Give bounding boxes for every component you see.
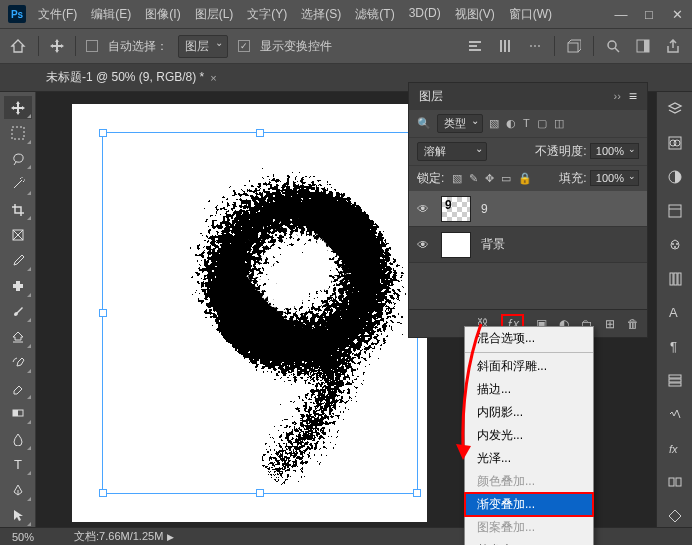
clone-stamp-tool[interactable] — [4, 325, 32, 348]
visibility-toggle-icon[interactable]: 👁 — [417, 202, 431, 216]
blur-tool[interactable] — [4, 427, 32, 450]
transform-handle[interactable] — [413, 489, 421, 497]
menu-view[interactable]: 视图(V) — [455, 6, 495, 23]
lock-transparency-icon[interactable]: ▧ — [452, 172, 462, 185]
distribute-icon[interactable] — [494, 35, 516, 57]
eyedropper-tool[interactable] — [4, 249, 32, 272]
opacity-value[interactable]: 100% — [590, 143, 639, 159]
transform-handle[interactable] — [256, 129, 264, 137]
panel-menu-icon[interactable]: ≡ — [629, 88, 637, 104]
menu-edit[interactable]: 编辑(E) — [91, 6, 131, 23]
layer-thumbnail[interactable] — [441, 196, 471, 222]
chevron-right-icon[interactable]: ▶ — [167, 532, 174, 542]
libraries-dock-icon[interactable] — [664, 268, 686, 290]
menu-select[interactable]: 选择(S) — [301, 6, 341, 23]
lock-paint-icon[interactable]: ✎ — [469, 172, 478, 185]
filter-smart-icon[interactable]: ◫ — [554, 117, 564, 130]
channels-dock-icon[interactable] — [664, 132, 686, 154]
swatches-dock-icon[interactable] — [664, 234, 686, 256]
auto-select-checkbox[interactable] — [86, 40, 98, 52]
navigator-dock-icon[interactable] — [664, 505, 686, 527]
tab-close-icon[interactable]: × — [210, 72, 216, 84]
layer-row[interactable]: 👁 背景 — [409, 227, 647, 263]
menu-image[interactable]: 图像(I) — [145, 6, 180, 23]
lock-artboard-icon[interactable]: ▭ — [501, 172, 511, 185]
layer-row[interactable]: 👁 9 — [409, 191, 647, 227]
transform-bounding-box[interactable] — [102, 132, 418, 494]
styles-dock-icon[interactable]: fx — [664, 437, 686, 459]
pen-tool[interactable] — [4, 478, 32, 501]
document-tab[interactable]: 未标题-1 @ 50% (9, RGB/8) * × — [40, 64, 223, 92]
healing-tool[interactable] — [4, 274, 32, 297]
properties-dock-icon[interactable] — [664, 200, 686, 222]
crop-tool[interactable] — [4, 198, 32, 221]
window-maximize-button[interactable]: □ — [642, 7, 656, 22]
align-icon[interactable] — [464, 35, 486, 57]
panel-collapse-icon[interactable]: ›› — [614, 90, 621, 102]
layer-name[interactable]: 9 — [481, 202, 488, 216]
menu-pattern-overlay[interactable]: 图案叠加... — [465, 516, 593, 539]
menu-bevel[interactable]: 斜面和浮雕... — [465, 355, 593, 378]
window-close-button[interactable]: ✕ — [670, 7, 684, 22]
auto-select-target[interactable]: 图层 — [178, 35, 228, 58]
transform-handle[interactable] — [256, 489, 264, 497]
menu-3d[interactable]: 3D(D) — [409, 6, 441, 23]
delete-layer-icon[interactable]: 🗑 — [627, 317, 639, 331]
new-layer-icon[interactable]: ⊞ — [605, 317, 615, 331]
info-dock-icon[interactable] — [664, 403, 686, 425]
doc-size[interactable]: 文档:7.66M/1.25M — [74, 530, 163, 542]
layer-name[interactable]: 背景 — [481, 236, 505, 253]
menu-type[interactable]: 文字(Y) — [247, 6, 287, 23]
menu-stroke[interactable]: 描边... — [465, 378, 593, 401]
brush-tool[interactable] — [4, 300, 32, 323]
share-icon[interactable] — [662, 35, 684, 57]
transform-handle[interactable] — [99, 129, 107, 137]
lasso-tool[interactable] — [4, 147, 32, 170]
lock-all-icon[interactable]: 🔒 — [518, 172, 532, 185]
history-brush-tool[interactable] — [4, 351, 32, 374]
adjustments-dock-icon[interactable] — [664, 166, 686, 188]
magic-wand-tool[interactable] — [4, 172, 32, 195]
fill-value[interactable]: 100% — [590, 170, 639, 186]
frame-tool[interactable] — [4, 223, 32, 246]
workspace-icon[interactable] — [632, 35, 654, 57]
history-dock-icon[interactable] — [664, 369, 686, 391]
filter-type-icon[interactable]: T — [523, 117, 530, 130]
move-tool[interactable] — [4, 96, 32, 119]
window-minimize-button[interactable]: — — [614, 7, 628, 22]
menu-gradient-overlay[interactable]: 渐变叠加... — [465, 493, 593, 516]
menu-window[interactable]: 窗口(W) — [509, 6, 552, 23]
menu-blend-options[interactable]: 混合选项... — [465, 327, 593, 350]
panel-title[interactable]: 图层 — [419, 88, 614, 105]
filter-adjust-icon[interactable]: ◐ — [506, 117, 516, 130]
menu-inner-shadow[interactable]: 内阴影... — [465, 401, 593, 424]
search-icon[interactable] — [602, 35, 624, 57]
eraser-tool[interactable] — [4, 376, 32, 399]
transform-handle[interactable] — [99, 309, 107, 317]
menu-layer[interactable]: 图层(L) — [195, 6, 234, 23]
transform-handle[interactable] — [99, 489, 107, 497]
lock-position-icon[interactable]: ✥ — [485, 172, 494, 185]
filter-shape-icon[interactable]: ▢ — [537, 117, 547, 130]
path-select-tool[interactable] — [4, 504, 32, 527]
overflow-icon[interactable]: ⋯ — [524, 35, 546, 57]
menu-file[interactable]: 文件(F) — [38, 6, 77, 23]
actions-dock-icon[interactable] — [664, 471, 686, 493]
menu-color-overlay[interactable]: 颜色叠加... — [465, 470, 593, 493]
layer-thumbnail[interactable] — [441, 232, 471, 258]
menu-satin[interactable]: 光泽... — [465, 447, 593, 470]
visibility-toggle-icon[interactable]: 👁 — [417, 238, 431, 252]
character-dock-icon[interactable]: A — [664, 302, 686, 324]
zoom-level[interactable]: 50% — [12, 531, 34, 543]
filter-type-select[interactable]: 类型 — [437, 114, 483, 133]
menu-filter[interactable]: 滤镜(T) — [355, 6, 394, 23]
menu-inner-glow[interactable]: 内发光... — [465, 424, 593, 447]
marquee-tool[interactable] — [4, 121, 32, 144]
blend-mode-select[interactable]: 溶解 — [417, 142, 487, 161]
menu-outer-glow[interactable]: 外发光... — [465, 539, 593, 545]
filter-pixel-icon[interactable]: ▧ — [489, 117, 499, 130]
3d-mode-icon[interactable] — [563, 35, 585, 57]
show-transform-checkbox[interactable]: ✓ — [238, 40, 250, 52]
home-icon[interactable] — [8, 36, 28, 56]
paragraph-dock-icon[interactable]: ¶ — [664, 335, 686, 357]
